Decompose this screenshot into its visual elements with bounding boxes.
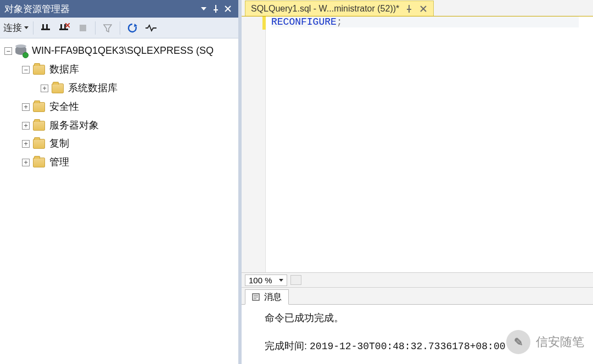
object-explorer-panel: 对象资源管理器 连接: [0, 0, 242, 364]
svg-rect-11: [59, 29, 68, 30]
connect-dropdown[interactable]: 连接: [3, 20, 29, 36]
folder-icon: [52, 83, 64, 93]
tree-folder-node[interactable]: + 管理: [0, 153, 238, 172]
toolbar-separator: [120, 21, 120, 35]
object-explorer-toolbar: 连接: [0, 18, 238, 38]
pin-icon[interactable]: [405, 4, 413, 13]
tree-server-node[interactable]: − WIN-FFA9BQ1QEK3\SQLEXPRESS (SQ: [0, 42, 238, 60]
messages-output: 命令已成功完成。 完成时间: 2019-12-30T00:48:32.73361…: [242, 304, 593, 364]
svg-rect-18: [407, 9, 411, 10]
close-icon[interactable]: [419, 4, 428, 13]
chevron-down-icon: [24, 26, 29, 29]
server-icon: [15, 45, 27, 57]
panel-menu-caret-icon[interactable]: [198, 3, 210, 15]
sql-keyword: RECONFIGURE: [271, 16, 337, 27]
tree-folder-node[interactable]: − 数据库: [0, 60, 238, 79]
svg-rect-2: [214, 9, 218, 10]
svg-rect-10: [64, 24, 66, 29]
collapse-icon[interactable]: −: [4, 47, 12, 55]
collapse-icon[interactable]: −: [22, 66, 30, 74]
svg-rect-14: [80, 25, 86, 31]
panel-title-text: 对象资源管理器: [4, 3, 198, 15]
svg-rect-9: [60, 24, 62, 29]
expand-icon[interactable]: +: [22, 122, 30, 130]
document-tab-strip: SQLQuery1.sql - W...ministrator (52))*: [242, 0, 593, 16]
toolbar-separator: [95, 21, 96, 35]
svg-rect-6: [42, 24, 44, 29]
tree-node-label: 服务器对象: [49, 118, 99, 133]
toolbar-separator: [33, 21, 33, 35]
message-success-text: 命令已成功完成。: [265, 309, 582, 327]
splitter-handle[interactable]: [290, 275, 301, 285]
timestamp-label: 完成时间:: [265, 340, 307, 351]
svg-marker-0: [201, 7, 206, 10]
tree-node-label: 管理: [49, 155, 69, 170]
svg-rect-1: [215, 5, 216, 10]
document-tab-label: SQLQuery1.sql - W...ministrator (52))*: [251, 4, 399, 14]
connect-icon[interactable]: [38, 20, 53, 36]
folder-icon: [33, 121, 45, 131]
tree-folder-node[interactable]: + 复制: [0, 135, 238, 153]
svg-rect-19: [409, 10, 410, 13]
document-tab[interactable]: SQLQuery1.sql - W...ministrator (52))*: [245, 1, 434, 16]
stop-icon[interactable]: [75, 20, 91, 36]
folder-icon: [33, 158, 45, 167]
timestamp-value: 2019-12-30T00:48:32.7336178+08:00: [310, 341, 505, 352]
tree-folder-node[interactable]: + 服务器对象: [0, 116, 238, 135]
zoom-value: 100 %: [249, 276, 272, 285]
results-tab-strip: 消息: [242, 288, 593, 304]
messages-icon: [252, 293, 261, 301]
close-icon[interactable]: [222, 3, 234, 15]
zoom-dropdown[interactable]: 100 %: [245, 275, 287, 286]
svg-rect-8: [41, 29, 50, 30]
expand-icon[interactable]: +: [22, 103, 30, 111]
svg-rect-3: [215, 10, 216, 13]
expand-icon[interactable]: +: [41, 85, 48, 92]
svg-rect-7: [46, 24, 48, 29]
svg-marker-15: [104, 25, 111, 32]
connect-label: 连接: [3, 21, 23, 34]
pin-icon[interactable]: [210, 3, 222, 15]
tree-folder-node[interactable]: + 系统数据库: [0, 79, 238, 98]
chevron-down-icon: [279, 279, 283, 282]
editor-panel: SQLQuery1.sql - W...ministrator (52))* R…: [242, 0, 593, 364]
tree-node-label: WIN-FFA9BQ1QEK3\SQLEXPRESS (SQ: [32, 43, 214, 59]
sql-editor[interactable]: RECONFIGURE;: [242, 16, 593, 272]
tree-node-label: 安全性: [49, 99, 79, 115]
folder-icon: [33, 65, 45, 75]
tree-node-label: 复制: [49, 136, 69, 152]
sql-punct: ;: [337, 16, 343, 27]
filter-icon[interactable]: [100, 20, 115, 36]
refresh-icon[interactable]: [125, 20, 140, 36]
zoom-bar: 100 %: [242, 272, 593, 288]
svg-marker-16: [134, 24, 137, 27]
code-area[interactable]: RECONFIGURE;: [266, 16, 584, 272]
object-explorer-titlebar: 对象资源管理器: [0, 0, 238, 18]
messages-tab-label: 消息: [264, 292, 282, 303]
tree-folder-node[interactable]: + 安全性: [0, 98, 238, 116]
disconnect-icon[interactable]: [57, 20, 72, 36]
activity-icon[interactable]: [143, 20, 159, 36]
tree-node-label: 数据库: [49, 62, 79, 77]
editor-gutter: [242, 16, 266, 272]
message-timestamp-row: 完成时间: 2019-12-30T00:48:32.7336178+08:00: [265, 337, 582, 355]
tree-node-label: 系统数据库: [68, 81, 118, 96]
object-explorer-tree: − WIN-FFA9BQ1QEK3\SQLEXPRESS (SQ − 数据库 +…: [0, 38, 238, 364]
execution-marker: [262, 16, 266, 30]
expand-icon[interactable]: +: [22, 140, 30, 148]
svg-rect-17: [409, 5, 410, 9]
folder-icon: [33, 102, 45, 112]
messages-tab[interactable]: 消息: [245, 289, 289, 305]
folder-icon: [33, 139, 45, 149]
expand-icon[interactable]: +: [22, 159, 30, 166]
